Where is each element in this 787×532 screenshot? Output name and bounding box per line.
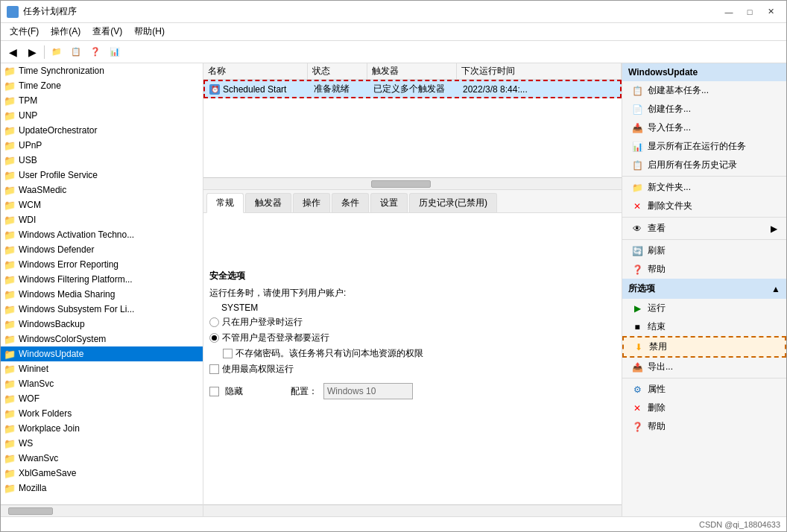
checkbox-hide[interactable] [209,387,219,396]
action-disable[interactable]: ⬇ 禁用 [622,336,786,358]
action-import[interactable]: 📥 导入任务... [622,118,786,137]
action-new-folder[interactable]: 📁 新文件夹... [622,178,786,197]
scroll-thumb[interactable] [8,507,53,515]
checkbox-highest-priv[interactable] [209,364,219,374]
tree-item-win-error[interactable]: 📁 Windows Error Reporting [1,257,203,272]
tree-item-wdi[interactable]: 📁 WDI [1,212,203,227]
tree-item-user-profile[interactable]: 📁 User Profile Service [1,168,203,183]
scroll-thumb-h[interactable] [371,180,431,188]
radio-row-2[interactable]: 不管用户是否登录都要运行 [209,332,616,344]
run-as-label: 运行任务时，请使用下列用户账户: [209,287,346,300]
col-status[interactable]: 状态 [308,63,367,79]
radio-always[interactable] [209,333,219,343]
action-group-header-2[interactable]: 所选项 ▲ [622,279,786,299]
tab-history[interactable]: 历史记录(已禁用) [409,193,497,212]
tree-item-tpm[interactable]: 📁 TPM [1,93,203,108]
bottom-scrollbar[interactable] [203,504,622,516]
maximize-button[interactable]: □ [740,4,759,20]
toolbar-btn-4[interactable]: 📊 [106,44,124,60]
action-properties[interactable]: ⚙ 属性 [622,380,786,399]
tree-item-work-folders[interactable]: 📁 Work Folders [1,406,203,421]
col-name[interactable]: 名称 [203,63,308,79]
tree-item-win-filtering[interactable]: 📁 Windows Filtering Platform... [1,272,203,287]
properties-icon: ⚙ [631,384,643,396]
tree-item-wcm[interactable]: 📁 WCM [1,197,203,212]
tree-item-unp[interactable]: 📁 UNP [1,108,203,123]
tree-horizontal-scrollbar[interactable] [1,504,203,516]
tab-conditions[interactable]: 条件 [332,193,369,212]
tab-actions[interactable]: 操作 [293,193,330,212]
back-button[interactable]: ◀ [4,44,22,60]
tabs-bar: 常规 触发器 操作 条件 设置 历史记录(已禁用) [203,190,622,213]
tree-item-wlansvc[interactable]: 📁 WlanSvc [1,376,203,391]
toolbar-btn-2[interactable]: 📋 [67,44,85,60]
tree-item-winupdate[interactable]: 📁 WindowsUpdate [1,346,203,361]
tab-triggers[interactable]: 触发器 [245,193,291,212]
menu-view[interactable]: 查看(V) [86,24,128,39]
radio-row-1[interactable]: 只在用户登录时运行 [209,316,616,329]
tree-view[interactable]: 📁 Time Synchronization 📁 Time Zone 📁 TPM… [1,63,203,504]
checkbox-no-store-pass[interactable] [223,349,233,358]
tree-item-mozilla[interactable]: 📁 Mozilla [1,481,203,495]
tree-item-win-media[interactable]: 📁 Windows Media Sharing [1,287,203,302]
forward-button[interactable]: ▶ [23,44,41,60]
close-button[interactable]: ✕ [761,4,780,20]
disable-icon: ⬇ [633,341,645,353]
tree-item-wwansvc[interactable]: 📁 WwanSvc [1,451,203,466]
checkbox-row-1[interactable]: 不存储密码。该任务将只有访问本地资源的权限 [209,347,616,360]
tree-item-winbackup[interactable]: 📁 WindowsBackup [1,317,203,332]
action-create-basic[interactable]: 📋 创建基本任务... [622,81,786,100]
action-delete-folder[interactable]: ✕ 删除文件夹 [622,197,786,215]
tab-settings[interactable]: 设置 [370,193,408,212]
tree-item-workplace-join[interactable]: 📁 Workplace Join [1,421,203,436]
tab-general[interactable]: 常规 [206,193,244,213]
user-value-row: SYSTEM [221,303,616,313]
help-icon-2: ❓ [631,421,643,433]
action-delete[interactable]: ✕ 删除 [622,399,786,417]
enable-history-icon: 📋 [631,159,643,171]
tree-item-waasmedic[interactable]: 📁 WaaSMedic [1,183,203,197]
table-row[interactable]: ⏰ Scheduled Start 准备就绪 已定义多个触发器 2022/3/8… [203,80,622,98]
menu-file[interactable]: 文件(F) [4,24,45,39]
col-trigger[interactable]: 触发器 [367,63,457,79]
tree-item-wof[interactable]: 📁 WOF [1,391,203,406]
tree-item-win-defender[interactable]: 📁 Windows Defender [1,242,203,257]
radio-login-only[interactable] [209,317,219,327]
config-input[interactable] [323,383,413,399]
action-end[interactable]: ■ 结束 [622,317,786,336]
tree-item-wincolor[interactable]: 📁 WindowsColorSystem [1,332,203,346]
action-run[interactable]: ▶ 运行 [622,299,786,317]
tree-item-time-sync[interactable]: 📁 Time Synchronization [1,63,203,78]
action-help-2[interactable]: ❓ 帮助 [622,417,786,436]
tree-item-upnp[interactable]: 📁 UPnP [1,138,203,153]
tree-item-wininet[interactable]: 📁 Wininet [1,361,203,376]
action-refresh[interactable]: 🔄 刷新 [622,241,786,260]
action-show-running[interactable]: 📊 显示所有正在运行的任务 [622,137,786,156]
action-enable-history[interactable]: 📋 启用所有任务历史记录 [622,156,786,174]
menu-help[interactable]: 帮助(H) [128,24,171,39]
action-group-header-1[interactable]: WindowsUpdate [622,63,786,81]
toolbar-btn-3[interactable]: ❓ [86,44,104,60]
tree-item-ws[interactable]: 📁 WS [1,436,203,451]
run-icon: ▶ [631,303,643,314]
minimize-button[interactable]: — [719,4,739,20]
action-help-1[interactable]: ❓ 帮助 [622,260,786,279]
action-export[interactable]: 📤 导出... [622,358,786,376]
table-h-scrollbar[interactable] [203,177,622,189]
status-text: CSDN @qi_18804633 [699,520,780,529]
checkbox-row-2[interactable]: 使用最高权限运行 [209,363,616,376]
tree-item-time-zone[interactable]: 📁 Time Zone [1,78,203,93]
toolbar-btn-1[interactable]: 📁 [48,44,66,60]
action-create-task[interactable]: 📄 创建任务... [622,100,786,118]
tree-item-win-subsystem[interactable]: 📁 Windows Subsystem For Li... [1,302,203,317]
tree-item-usb[interactable]: 📁 USB [1,153,203,168]
folder-icon: 📁 [4,125,16,136]
tree-item-update-orchestrator[interactable]: 📁 UpdateOrchestrator [1,123,203,138]
tree-item-win-activation[interactable]: 📁 Windows Activation Techno... [1,227,203,242]
col-nextrun[interactable]: 下次运行时间 [457,63,622,79]
action-view[interactable]: 👁 查看 ▶ [622,219,786,238]
status-bar: CSDN @qi_18804633 [1,516,786,531]
tree-item-xblgamesave[interactable]: 📁 XblGameSave [1,466,203,481]
table-body[interactable]: ⏰ Scheduled Start 准备就绪 已定义多个触发器 2022/3/8… [203,80,622,177]
menu-action[interactable]: 操作(A) [45,24,86,39]
